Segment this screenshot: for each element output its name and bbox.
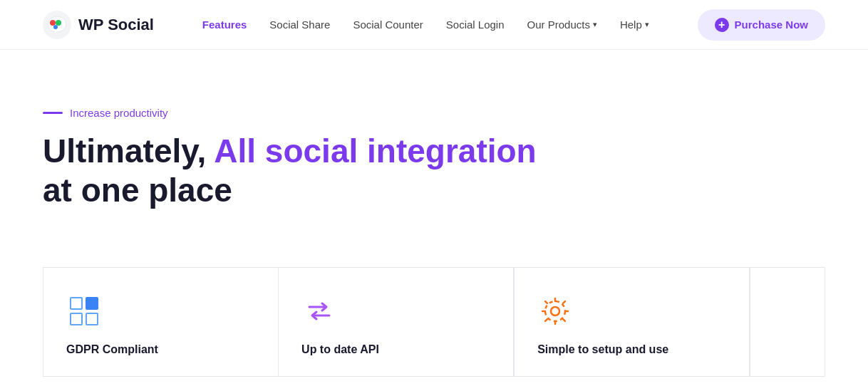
gdpr-square-1 — [70, 297, 83, 310]
feature-card-extra — [750, 267, 825, 377]
gdpr-card-title: GDPR Compliant — [66, 343, 255, 356]
tagline-line — [43, 112, 63, 114]
svg-point-3 — [56, 20, 61, 26]
logo-label: WP Social — [78, 16, 154, 34]
chevron-down-icon: ▾ — [645, 20, 649, 29]
nav-social-counter[interactable]: Social Counter — [353, 19, 423, 31]
api-arrows-icon — [302, 294, 336, 328]
gdpr-icon — [66, 293, 102, 329]
gdpr-square-2 — [86, 297, 98, 310]
hero-title-highlight: All social integration — [214, 132, 536, 169]
gear-icon — [537, 293, 573, 329]
chevron-down-icon: ▾ — [593, 20, 597, 29]
feature-card-api: Up to date API — [278, 267, 514, 377]
hero-title-line2: at one place — [43, 172, 232, 209]
gdpr-square-3 — [70, 313, 83, 325]
logo[interactable]: WP Social — [43, 11, 154, 39]
hero-title: Ultimately, All social integration at on… — [43, 132, 542, 210]
nav-social-login[interactable]: Social Login — [446, 19, 505, 31]
svg-point-5 — [545, 301, 565, 321]
hero-title-plain: Ultimately, — [43, 132, 214, 169]
api-card-title: Up to date API — [301, 343, 490, 356]
gear-icon-svg — [538, 294, 572, 328]
svg-point-4 — [53, 25, 58, 29]
api-icon — [301, 293, 337, 329]
feature-card-setup: Simple to setup and use — [514, 267, 750, 377]
main-header: WP Social Features Social Share Social C… — [0, 0, 868, 50]
hero-section: Increase productivity Ultimately, All so… — [0, 50, 868, 239]
setup-card-title: Simple to setup and use — [537, 343, 726, 356]
tagline-text: Increase productivity — [70, 107, 168, 119]
gdpr-square-4 — [86, 313, 98, 325]
svg-point-2 — [50, 20, 56, 26]
feature-cards-row: GDPR Compliant Up to date API Simp — [0, 239, 868, 377]
nav-social-share[interactable]: Social Share — [269, 19, 330, 31]
tagline-row: Increase productivity — [43, 107, 825, 119]
nav-our-products[interactable]: Our Products ▾ — [527, 19, 597, 31]
nav-features[interactable]: Features — [202, 19, 247, 31]
logo-icon — [43, 11, 71, 39]
feature-card-gdpr: GDPR Compliant — [43, 267, 278, 377]
main-nav: Features Social Share Social Counter Soc… — [202, 19, 649, 31]
plus-icon: + — [715, 18, 729, 32]
purchase-now-button[interactable]: + Purchase Now — [698, 9, 825, 41]
nav-help[interactable]: Help ▾ — [620, 19, 649, 31]
